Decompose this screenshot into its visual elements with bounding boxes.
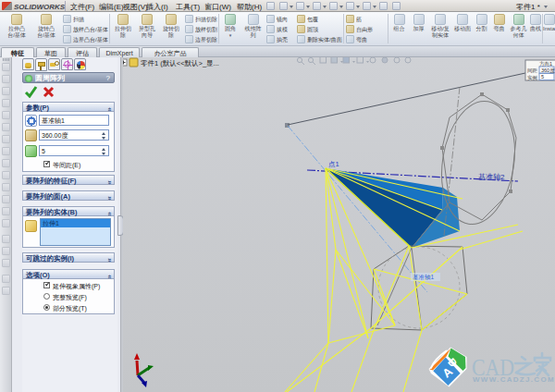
svg-text:5: 5 [541, 74, 544, 80]
svg-text:基准轴2: 基准轴2 [478, 173, 505, 181]
svg-text:实例: 实例 [527, 75, 537, 81]
svg-text:点1: 点1 [328, 160, 339, 168]
svg-text:间距: 间距 [527, 67, 538, 74]
svg-text:零件1 (默认<<默认>_显...: 零件1 (默认<<默认>_显... [141, 59, 219, 67]
svg-text:基准轴1: 基准轴1 [413, 274, 435, 281]
svg-text:WWW.CADZJ.COM: WWW.CADZJ.COM [473, 375, 555, 384]
svg-text:360度: 360度 [541, 67, 555, 74]
